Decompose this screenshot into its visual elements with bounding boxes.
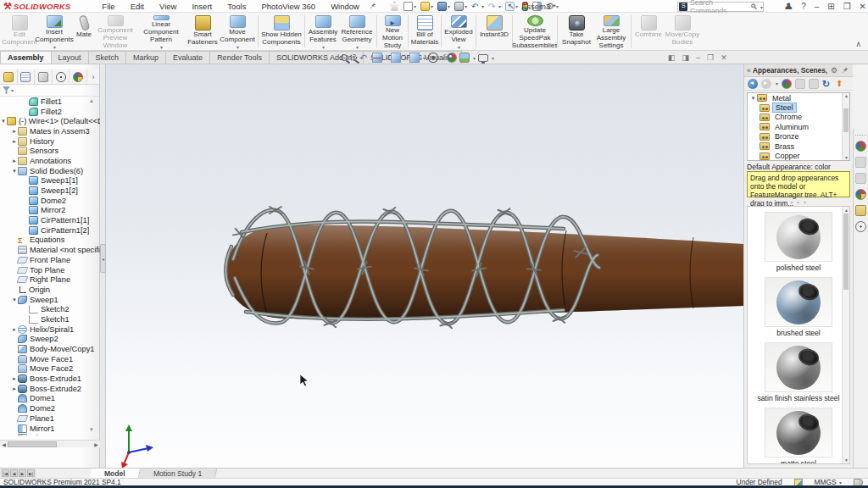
tab-markup[interactable]: Markup [125,51,166,64]
exploded-view-button[interactable]: Exploded View▾ [443,13,474,50]
move-copy-bodies-button[interactable]: Move/Copy Bodies [664,13,701,50]
category-aluminum[interactable]: Aluminum [748,122,849,131]
dimxpertmanager-tab[interactable] [53,69,70,85]
tree-item-sweep1-1[interactable]: Sweep1[1] [0,176,100,186]
new-motion-study-button[interactable]: New Motion Study [379,13,406,50]
model-tab[interactable]: Model [90,469,142,478]
combine-button[interactable]: Combine [633,13,664,50]
first-tab-icon[interactable]: |◀ [2,469,9,477]
insert-components-button[interactable]: Insert Components▾ [36,13,73,50]
forum-tab-icon[interactable] [855,221,866,232]
tab-layout[interactable]: Layout [51,51,89,64]
close-button[interactable]: ✕ [860,0,866,13]
appearances-home-icon[interactable] [782,79,792,89]
tree-item-equations[interactable]: Equations [0,236,100,246]
tree-item-history[interactable]: History [0,136,100,147]
menu-pin-icon[interactable]: 📌︎ [369,2,376,11]
panel-splitter-dots[interactable]: ▪ ▪ ▪ [744,200,854,205]
category-brass[interactable]: Brass [748,141,849,151]
panel-pin-icon[interactable]: 📌︎ [841,66,849,75]
category-metal[interactable]: Metal [748,93,849,103]
filter-caret-icon[interactable]: ▾ [11,87,14,93]
reference-geometry-button[interactable]: Reference Geometry▾ [339,13,375,50]
last-tab-icon[interactable]: ▶| [27,469,35,477]
scroll-thumb[interactable] [843,108,849,132]
assembly-features-button[interactable]: Assembly Features▾ [307,13,339,50]
tree-item-plane1[interactable]: Plane1 [0,413,100,424]
menu-insert[interactable]: Insert [184,2,220,11]
panel-gear-icon[interactable]: ⚙ [831,66,837,75]
tree-item-helix[interactable]: Helix/Spiral1 [0,324,100,335]
view-orientation-icon[interactable] [391,53,401,63]
tree-item-move-face2[interactable]: Move Face2 [0,364,100,374]
appearances-tab-icon[interactable] [855,189,866,200]
apply-scene-icon[interactable] [459,53,470,63]
tab-assembly[interactable]: Assembly [0,51,52,64]
menu-photoview[interactable]: PhotoView 360 [253,2,323,11]
tree-item-sweep2[interactable]: Sweep2 [0,335,100,345]
print-button[interactable]: ▾ [453,1,469,12]
tree-item-sketch1[interactable]: Sketch1 [0,314,100,324]
minimize-button[interactable]: – [815,0,820,13]
move-component-button[interactable]: Move Component▾ [219,13,256,50]
tree-item-dome1[interactable]: Dome1 [0,394,100,404]
restore-button[interactable]: ❐ [843,0,851,13]
zoom-to-fit-icon[interactable] [341,54,348,61]
select-button[interactable]: ▾ [504,1,520,12]
pane-right-icon[interactable]: ◨ [682,53,690,62]
account-icon[interactable]: 👤︎ [784,0,793,13]
design-library-tab-icon[interactable] [855,157,866,168]
strip-drag-handle[interactable] [855,130,866,136]
doc-close-button[interactable]: ✕ [721,53,727,62]
window-layout-icon[interactable]: ⊞ [827,0,834,13]
tree-item-dome2-body[interactable]: Dome2 [0,196,100,206]
bill-of-materials-button[interactable]: Bill of Materials [410,13,439,50]
propertymanager-tab[interactable] [18,69,36,85]
panel-splitter[interactable]: ◂ [100,64,106,468]
tree-item-top-plane[interactable]: Top Plane [0,265,100,275]
menu-tools[interactable]: Tools [220,2,253,11]
instant3d-button[interactable]: Instant3D [478,13,510,50]
search-icon[interactable]: 🔍︎ [750,3,758,11]
panel-collapse-handle[interactable]: ◂ [100,244,106,273]
panel-expand-icon[interactable]: « [747,66,751,75]
scroll-right-icon[interactable]: ▶ [92,441,100,447]
tree-item-mirror1[interactable]: Mirror1 [0,424,100,434]
swatch-satin-finish-stainless-steel[interactable]: satin finish stainless steel [748,342,849,402]
scroll-left-icon[interactable]: ◀ [0,441,8,447]
swatch-matte-steel[interactable]: matte steel [748,408,849,464]
menu-file[interactable]: File [94,2,122,11]
tree-item-move-face1[interactable]: Move Face1 [0,354,100,364]
swatch-scrollbar[interactable]: ▲▼ [842,207,849,463]
menu-view[interactable]: View [152,2,184,11]
refresh-icon[interactable] [822,79,832,89]
solidworks-resources-tab-icon[interactable] [855,141,866,152]
tree-item-annotations[interactable]: Annotations [0,156,100,166]
forward-caret-icon[interactable]: ▾ [776,80,778,86]
tree-item-wire[interactable]: (-) Wire<1> (Default<<Default [0,116,100,126]
show-hidden-components-button[interactable]: Show Hidden Components [260,13,303,50]
filter-icon[interactable] [3,86,10,94]
update-speedpak-button[interactable]: Update SpeedPak Subassemblies [515,13,555,50]
tree-horizontal-scrollbar[interactable]: ◀ ▶ [0,440,100,447]
undo-button[interactable]: ▾ [470,1,486,12]
large-assembly-settings-button[interactable]: Large Assembly Settings [593,13,629,50]
menu-edit[interactable]: Edit [123,2,152,11]
redo-button[interactable]: ▾ [487,1,503,12]
new-document-button[interactable]: ▾ [402,1,418,12]
back-icon[interactable] [748,79,758,89]
swatch-polished-steel[interactable]: polished steel [748,212,849,272]
file-explorer-tab-icon[interactable] [855,173,866,184]
forward-icon[interactable] [761,79,771,89]
tree-item-material[interactable]: Material <not specified> [0,245,100,255]
featuremanager-tab[interactable] [0,69,18,85]
displaymanager-tab[interactable] [70,69,87,85]
component-preview-window-button[interactable]: Component Preview Window [95,13,136,50]
ribbon-collapse-icon[interactable]: ∧ [855,40,861,48]
tree-item-mirror2[interactable]: Mirror2 [0,433,100,435]
graphics-viewport[interactable] [106,64,743,468]
tab-sketch[interactable]: Sketch [88,51,127,64]
tree-item-solid-bodies[interactable]: Solid Bodies(6) [0,166,100,176]
smart-fasteners-button[interactable]: Smart Fasteners [186,13,219,50]
category-chrome[interactable]: Chrome [748,113,849,122]
